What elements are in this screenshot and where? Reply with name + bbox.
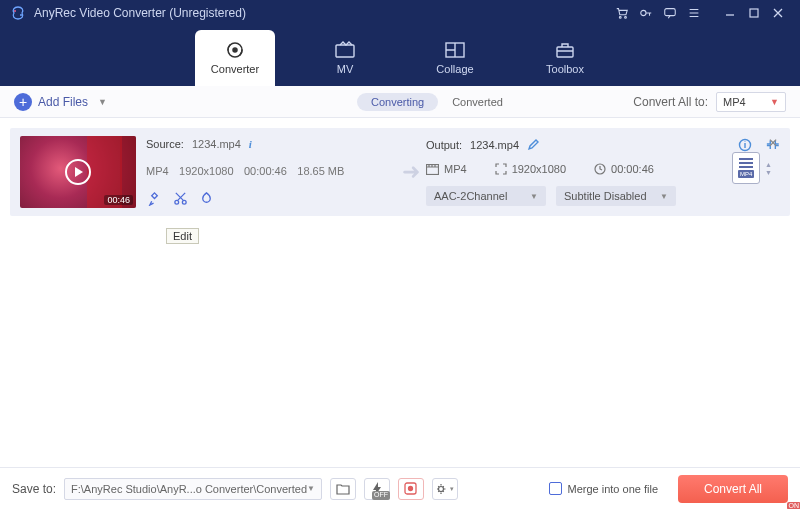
out-format: MP4 bbox=[444, 163, 467, 175]
add-files-button[interactable]: + Add Files ▼ bbox=[14, 93, 107, 111]
save-path-value: F:\AnyRec Studio\AnyR...o Converter\Conv… bbox=[71, 483, 307, 495]
status-segment: Converting Converted bbox=[357, 93, 517, 111]
tab-label: Converter bbox=[211, 63, 259, 75]
svg-rect-6 bbox=[750, 9, 758, 17]
app-title: AnyRec Video Converter (Unregistered) bbox=[34, 6, 246, 20]
settings-button[interactable]: ▾ bbox=[432, 478, 458, 500]
subtitle-value: Subtitle Disabled bbox=[564, 190, 647, 202]
svg-point-8 bbox=[233, 48, 237, 52]
svg-point-0 bbox=[14, 10, 16, 12]
move-down-icon[interactable]: ▼ bbox=[765, 169, 772, 176]
arrow-icon: ➜ bbox=[396, 136, 426, 208]
merge-label: Merge into one file bbox=[568, 483, 659, 495]
tab-label: MV bbox=[337, 63, 354, 75]
svg-point-18 bbox=[409, 487, 413, 491]
info-icon[interactable]: i bbox=[249, 138, 252, 150]
cut-icon[interactable] bbox=[172, 190, 188, 206]
titlebar: AnyRec Video Converter (Unregistered) bbox=[0, 0, 800, 26]
merge-checkbox[interactable]: Merge into one file bbox=[549, 482, 659, 495]
enhance-icon[interactable] bbox=[198, 190, 214, 206]
svg-point-1 bbox=[20, 14, 22, 16]
audio-dropdown[interactable]: AAC-2Channel ▼ bbox=[426, 186, 546, 206]
svg-rect-11 bbox=[557, 47, 573, 57]
svg-rect-9 bbox=[336, 45, 354, 57]
chevron-down-icon: ▼ bbox=[530, 192, 538, 201]
output-format-button[interactable]: MP4 bbox=[732, 152, 760, 184]
toolbar: + Add Files ▼ Converting Converted Conve… bbox=[0, 86, 800, 118]
converter-icon bbox=[224, 41, 246, 59]
clock-icon bbox=[594, 163, 606, 175]
out-resolution: 1920x1080 bbox=[512, 163, 566, 175]
rename-icon[interactable] bbox=[527, 139, 539, 151]
src-format: MP4 bbox=[146, 165, 169, 177]
footer: Save to: F:\AnyRec Studio\AnyR...o Conve… bbox=[0, 467, 800, 509]
source-filename: 1234.mp4 bbox=[192, 138, 241, 150]
close-icon[interactable] bbox=[766, 1, 790, 25]
subtitle-dropdown[interactable]: Subtitle Disabled ▼ bbox=[556, 186, 676, 206]
svg-point-2 bbox=[619, 17, 621, 19]
chevron-down-icon: ▼ bbox=[770, 97, 779, 107]
svg-point-4 bbox=[641, 10, 646, 15]
format-tag: MP4 bbox=[738, 170, 754, 178]
chevron-down-icon: ▼ bbox=[307, 484, 315, 493]
tab-toolbox[interactable]: Toolbox bbox=[525, 30, 605, 86]
file-list: 00:46 Source: 1234.mp4 i MP4 1920x1080 0… bbox=[0, 118, 800, 467]
tooltip-edit: Edit bbox=[166, 228, 199, 244]
plus-icon: + bbox=[14, 93, 32, 111]
minimize-icon[interactable] bbox=[718, 1, 742, 25]
video-icon bbox=[426, 164, 439, 175]
src-size: 18.65 MB bbox=[297, 165, 344, 177]
source-meta: MP4 1920x1080 00:00:46 18.65 MB bbox=[146, 161, 396, 179]
tab-collage[interactable]: Collage bbox=[415, 30, 495, 86]
format-swap: MP4 ▲ ▼ bbox=[732, 152, 772, 184]
maximize-icon[interactable] bbox=[742, 1, 766, 25]
convert-all-to-label: Convert All to: bbox=[633, 95, 708, 109]
collage-icon bbox=[444, 41, 466, 59]
svg-point-3 bbox=[625, 17, 627, 19]
feedback-icon[interactable] bbox=[658, 1, 682, 25]
toolbox-icon bbox=[554, 41, 576, 59]
chevron-down-icon[interactable]: ▼ bbox=[98, 97, 107, 107]
play-icon bbox=[65, 159, 91, 185]
save-path-dropdown[interactable]: F:\AnyRec Studio\AnyR...o Converter\Conv… bbox=[64, 478, 322, 500]
source-column: Source: 1234.mp4 i MP4 1920x1080 00:00:4… bbox=[146, 136, 396, 208]
convert-all-to: Convert All to: MP4 ▼ bbox=[633, 92, 786, 112]
mv-icon bbox=[334, 41, 356, 59]
edit-icon[interactable] bbox=[146, 190, 162, 206]
chevron-down-icon: ▼ bbox=[660, 192, 668, 201]
key-icon[interactable] bbox=[634, 1, 658, 25]
tab-mv[interactable]: MV bbox=[305, 30, 385, 86]
format-icon bbox=[739, 158, 753, 168]
gpu-status: OFF bbox=[372, 491, 390, 499]
svg-point-13 bbox=[182, 200, 186, 204]
save-to-label: Save to: bbox=[12, 482, 56, 496]
gpu-accel-button[interactable]: OFF bbox=[364, 478, 390, 500]
menu-icon[interactable] bbox=[682, 1, 706, 25]
media-info-icon[interactable] bbox=[738, 138, 752, 152]
output-label: Output: bbox=[426, 139, 462, 151]
convert-all-format-dropdown[interactable]: MP4 ▼ bbox=[716, 92, 786, 112]
high-speed-button[interactable]: ON bbox=[398, 478, 424, 500]
out-duration: 00:00:46 bbox=[611, 163, 654, 175]
tab-converter[interactable]: Converter bbox=[195, 30, 275, 86]
move-up-icon[interactable]: ▲ bbox=[765, 161, 772, 168]
tab-label: Toolbox bbox=[546, 63, 584, 75]
svg-rect-5 bbox=[665, 9, 676, 16]
remove-item-icon[interactable]: ✕ bbox=[768, 136, 778, 150]
output-column: Output: 1234.mp4 MP4 1920x1080 00:00:46 … bbox=[426, 136, 780, 208]
video-thumbnail[interactable]: 00:46 bbox=[20, 136, 136, 208]
convert-all-button[interactable]: Convert All bbox=[678, 475, 788, 503]
file-item: 00:46 Source: 1234.mp4 i MP4 1920x1080 0… bbox=[10, 128, 790, 216]
audio-value: AAC-2Channel bbox=[434, 190, 507, 202]
tab-label: Collage bbox=[436, 63, 473, 75]
seg-converting[interactable]: Converting bbox=[357, 93, 438, 111]
thumb-duration: 00:46 bbox=[104, 195, 133, 205]
main-tabs: Converter MV Collage Toolbox bbox=[0, 26, 800, 86]
convert-all-label: Convert All bbox=[704, 482, 762, 496]
format-value: MP4 bbox=[723, 96, 746, 108]
browse-folder-button[interactable] bbox=[330, 478, 356, 500]
cart-icon[interactable] bbox=[610, 1, 634, 25]
svg-point-12 bbox=[174, 200, 178, 204]
seg-converted[interactable]: Converted bbox=[438, 93, 517, 111]
checkbox-icon bbox=[549, 482, 562, 495]
